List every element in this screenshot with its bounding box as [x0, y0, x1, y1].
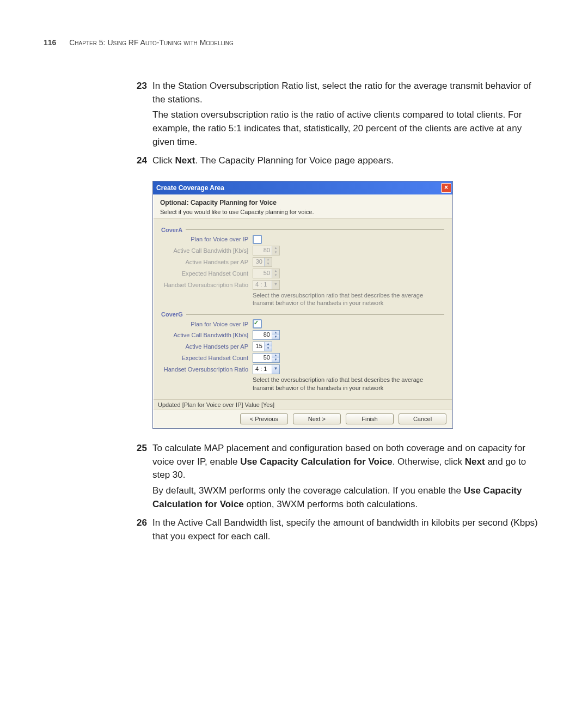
spinner-down-icon: ▼: [272, 273, 279, 278]
dialog-title: Create Coverage Area: [156, 184, 224, 192]
step-24: 24 Click Next. The Capacity Planning for…: [131, 154, 544, 168]
label-handsets-ap-a: Active Handsets per AP: [161, 259, 253, 265]
group-cover-g: CoverG: [161, 311, 444, 318]
step-number: 26: [131, 516, 147, 543]
label-handsets-ap-g: Active Handsets per AP: [161, 343, 253, 350]
step-number: 24: [131, 154, 147, 168]
dropdown-oversub-g[interactable]: 4 : 1 ▼: [253, 364, 280, 374]
step-25: 25 To calculate MAP placement and config…: [131, 442, 544, 482]
step-text: In the Station Oversubscription Ratio li…: [152, 80, 544, 106]
dialog-create-coverage-area: Create Coverage Area × Optional: Capacit…: [152, 181, 453, 429]
step-23-para: The station oversubscription ratio is th…: [152, 108, 544, 149]
group-cover-a: CoverA: [161, 227, 444, 233]
step-text: Click Next. The Capacity Planning for Vo…: [152, 154, 394, 168]
page-header: 116 Chapter 5: Using RF Auto-Tuning with…: [44, 38, 544, 47]
label-plan-voip-a: Plan for Voice over IP: [161, 236, 253, 242]
spinner-handsets-ap-g[interactable]: 15 ▲▼: [253, 342, 272, 351]
step-text: In the Active Call Bandwidth list, speci…: [152, 516, 544, 543]
spinner-up-icon: ▲: [265, 342, 272, 346]
spinner-active-bw-a: 80 ▲▼: [253, 246, 280, 255]
spinner-up-icon: ▲: [272, 246, 279, 251]
dialog-heading: Optional: Capacity Planning for Voice: [160, 199, 445, 206]
next-button[interactable]: Next >: [293, 413, 341, 424]
label-handset-count-g: Expected Handset Count: [161, 355, 253, 361]
content-block: 23 In the Station Oversubscription Ratio…: [131, 80, 544, 544]
spinner-up-icon: ▲: [272, 354, 279, 358]
step-text: To calculate MAP placement and configura…: [152, 442, 544, 482]
spinner-active-bw-g[interactable]: 80 ▲▼: [253, 330, 280, 340]
dialog-titlebar: Create Coverage Area ×: [153, 181, 452, 194]
spinner-handset-count-a: 50 ▲▼: [253, 269, 280, 278]
spinner-up-icon: ▲: [272, 331, 279, 335]
spinner-down-icon: ▼: [272, 251, 279, 255]
chapter-title: Chapter 5: Using RF Auto-Tuning with Mod…: [69, 38, 234, 47]
step-26: 26 In the Active Call Bandwidth list, sp…: [131, 516, 544, 543]
step-number: 25: [131, 442, 147, 482]
label-plan-voip-g: Plan for Voice over IP: [161, 321, 253, 327]
close-icon[interactable]: ×: [441, 183, 451, 193]
spinner-up-icon: ▲: [265, 258, 272, 262]
help-oversub-g: Select the oversubscription ratio that b…: [161, 376, 444, 392]
spinner-down-icon: ▼: [265, 262, 272, 266]
checkbox-plan-voip-a[interactable]: [253, 235, 262, 244]
step-23: 23 In the Station Oversubscription Ratio…: [131, 80, 544, 106]
dialog-subheading: Select if you would like to use Capacity…: [160, 209, 445, 215]
previous-button[interactable]: < Previous: [240, 413, 288, 424]
checkbox-plan-voip-g[interactable]: [253, 319, 262, 328]
label-active-bw-g: Active Call Bandwidth [Kb/s]: [161, 332, 253, 338]
step-number: 23: [131, 80, 147, 106]
label-oversub-a: Handset Oversubscription Ratio: [161, 282, 253, 288]
label-active-bw-a: Active Call Bandwidth [Kb/s]: [161, 247, 253, 254]
spinner-down-icon: ▼: [265, 346, 272, 351]
dialog-button-bar: < Previous Next > Finish Cancel: [154, 410, 452, 428]
cancel-button[interactable]: Cancel: [399, 413, 446, 424]
spinner-down-icon: ▼: [272, 358, 279, 362]
step-25-para: By default, 3WXM performs only the cover…: [152, 484, 544, 511]
dialog-status: Updated [Plan for Voice over IP] Value […: [154, 399, 452, 410]
spinner-handset-count-g[interactable]: 50 ▲▼: [253, 353, 280, 363]
spinner-down-icon: ▼: [272, 335, 279, 339]
spinner-handsets-ap-a: 30 ▲▼: [253, 257, 272, 267]
chevron-down-icon: ▼: [272, 281, 279, 289]
label-handset-count-a: Expected Handset Count: [161, 270, 253, 277]
chevron-down-icon: ▼: [272, 365, 279, 374]
dropdown-oversub-a: 4 : 1 ▼: [253, 280, 280, 290]
spinner-up-icon: ▲: [272, 269, 279, 273]
label-oversub-g: Handset Oversubscription Ratio: [161, 366, 253, 373]
dialog-header: Optional: Capacity Planning for Voice Se…: [154, 194, 452, 219]
page-number: 116: [44, 38, 56, 47]
finish-button[interactable]: Finish: [346, 413, 394, 424]
help-oversub-a: Select the oversubscription ratio that b…: [161, 291, 444, 307]
